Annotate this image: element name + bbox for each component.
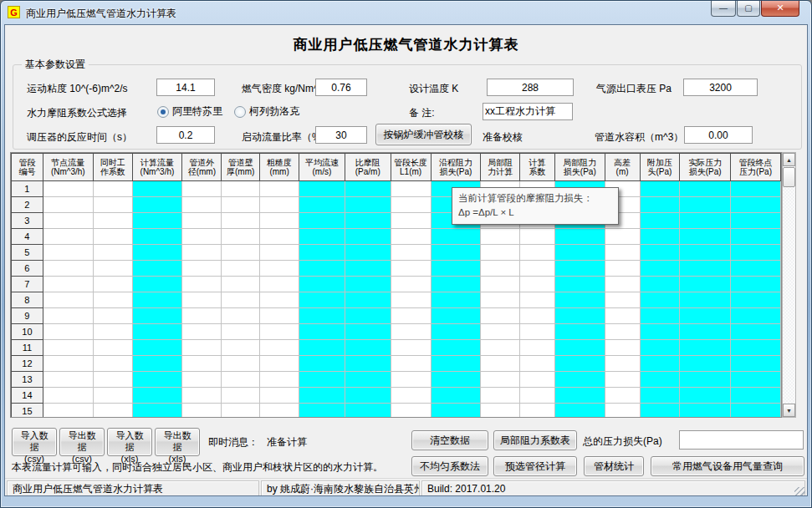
grid-cell[interactable] bbox=[731, 229, 781, 245]
grid-cell[interactable] bbox=[260, 388, 299, 404]
grid-cell[interactable] bbox=[680, 213, 731, 229]
grid-cell[interactable] bbox=[605, 388, 640, 404]
grid-cell[interactable] bbox=[299, 324, 345, 340]
grid-cell[interactable] bbox=[182, 356, 222, 372]
grid-cell[interactable] bbox=[481, 277, 520, 292]
grid-cell[interactable] bbox=[731, 277, 781, 292]
grid-cell[interactable] bbox=[481, 292, 520, 308]
grid-row-number[interactable]: 6 bbox=[12, 261, 43, 277]
grid-cell[interactable] bbox=[260, 356, 299, 372]
grid-cell[interactable] bbox=[640, 277, 680, 292]
grid-cell[interactable] bbox=[391, 213, 431, 229]
grid-cell[interactable] bbox=[345, 261, 391, 277]
grid-cell[interactable] bbox=[640, 388, 680, 404]
grid-cell[interactable] bbox=[731, 181, 781, 197]
grid-cell[interactable] bbox=[43, 261, 93, 277]
grid-cell[interactable] bbox=[520, 245, 555, 261]
grid-cell[interactable] bbox=[391, 404, 431, 419]
grid-cell[interactable] bbox=[640, 324, 680, 340]
grid-cell[interactable] bbox=[132, 292, 182, 308]
radio-colebrook[interactable]: 柯列勃洛克 bbox=[234, 104, 299, 119]
grid-cell[interactable] bbox=[554, 292, 605, 308]
grid-cell[interactable] bbox=[731, 292, 781, 308]
grid-cell[interactable] bbox=[93, 245, 132, 261]
grid-cell[interactable] bbox=[43, 356, 93, 372]
grid-cell[interactable] bbox=[299, 277, 345, 292]
grid-cell[interactable] bbox=[481, 261, 520, 277]
grid-cell[interactable] bbox=[93, 261, 132, 277]
grid-row-number[interactable]: 5 bbox=[12, 245, 43, 261]
grid-cell[interactable] bbox=[345, 404, 391, 419]
grid-cell[interactable] bbox=[731, 245, 781, 261]
grid-cell[interactable] bbox=[260, 181, 299, 197]
grid-cell[interactable] bbox=[680, 277, 731, 292]
grid-cell[interactable] bbox=[680, 388, 731, 404]
grid-cell[interactable] bbox=[222, 197, 260, 213]
grid-cell[interactable] bbox=[132, 388, 182, 404]
grid-cell[interactable] bbox=[345, 356, 391, 372]
grid-cell[interactable] bbox=[554, 261, 605, 277]
grid-cell[interactable] bbox=[222, 229, 260, 245]
grid-cell[interactable] bbox=[93, 181, 132, 197]
grid-cell[interactable] bbox=[731, 197, 781, 213]
grid-cell[interactable] bbox=[520, 277, 555, 292]
grid-cell[interactable] bbox=[299, 388, 345, 404]
grid-cell[interactable] bbox=[345, 245, 391, 261]
grid-cell[interactable] bbox=[554, 356, 605, 372]
total-loss-input[interactable] bbox=[679, 430, 804, 450]
grid-cell[interactable] bbox=[93, 372, 132, 388]
grid-cell[interactable] bbox=[680, 292, 731, 308]
grid-cell[interactable] bbox=[431, 308, 481, 324]
grid-cell[interactable] bbox=[132, 372, 182, 388]
grid-cell[interactable] bbox=[260, 277, 299, 292]
grid-cell[interactable] bbox=[481, 340, 520, 356]
grid-cell[interactable] bbox=[680, 245, 731, 261]
grid-row-number[interactable]: 7 bbox=[12, 277, 43, 292]
grid-cell[interactable] bbox=[431, 229, 481, 245]
grid-cell[interactable] bbox=[680, 324, 731, 340]
startup-ratio-input[interactable] bbox=[315, 126, 367, 144]
grid-cell[interactable] bbox=[222, 356, 260, 372]
grid-cell[interactable] bbox=[605, 404, 640, 419]
grid-cell[interactable] bbox=[299, 213, 345, 229]
grid-cell[interactable] bbox=[182, 388, 222, 404]
grid-cell[interactable] bbox=[222, 340, 260, 356]
grid-cell[interactable] bbox=[680, 372, 731, 388]
grid-cell[interactable] bbox=[640, 213, 680, 229]
minimize-button[interactable]: — bbox=[711, 1, 736, 17]
titlebar[interactable]: G 商业用户低压燃气管道水力计算表 — ▢ ✕ bbox=[1, 1, 811, 24]
grid-cell[interactable] bbox=[554, 372, 605, 388]
grid-cell[interactable] bbox=[93, 388, 132, 404]
grid-cell[interactable] bbox=[554, 324, 605, 340]
grid-cell[interactable] bbox=[43, 197, 93, 213]
grid-cell[interactable] bbox=[431, 356, 481, 372]
grid-cell[interactable] bbox=[93, 340, 132, 356]
grid-cell[interactable] bbox=[520, 356, 555, 372]
grid-cell[interactable] bbox=[182, 245, 222, 261]
grid-cell[interactable] bbox=[431, 261, 481, 277]
clear-data-button[interactable]: 清空数据 bbox=[411, 430, 488, 450]
grid-cell[interactable] bbox=[222, 388, 260, 404]
grid-cell[interactable] bbox=[43, 388, 93, 404]
import-csv-button[interactable]: 导入数据 (csv) bbox=[12, 428, 57, 456]
grid-cell[interactable] bbox=[222, 181, 260, 197]
grid-cell[interactable] bbox=[43, 181, 93, 197]
grid-cell[interactable] bbox=[132, 197, 182, 213]
grid-cell[interactable] bbox=[391, 181, 431, 197]
grid-cell[interactable] bbox=[345, 292, 391, 308]
grid-cell[interactable] bbox=[731, 388, 781, 404]
grid-cell[interactable] bbox=[680, 340, 731, 356]
grid-cell[interactable] bbox=[132, 229, 182, 245]
local-coef-table-button[interactable]: 局部阻力系数表 bbox=[493, 430, 577, 450]
grid-cell[interactable] bbox=[345, 181, 391, 197]
remark-input[interactable] bbox=[483, 103, 573, 120]
grid-cell[interactable] bbox=[93, 197, 132, 213]
grid-row-number[interactable]: 12 bbox=[12, 356, 43, 372]
grid-cell[interactable] bbox=[680, 356, 731, 372]
grid-cell[interactable] bbox=[680, 229, 731, 245]
grid-cell[interactable] bbox=[391, 388, 431, 404]
grid-vscrollbar[interactable]: ▲ ▼ bbox=[782, 152, 796, 418]
grid-cell[interactable] bbox=[299, 372, 345, 388]
grid-row-number[interactable]: 4 bbox=[12, 229, 43, 245]
grid-cell[interactable] bbox=[299, 197, 345, 213]
